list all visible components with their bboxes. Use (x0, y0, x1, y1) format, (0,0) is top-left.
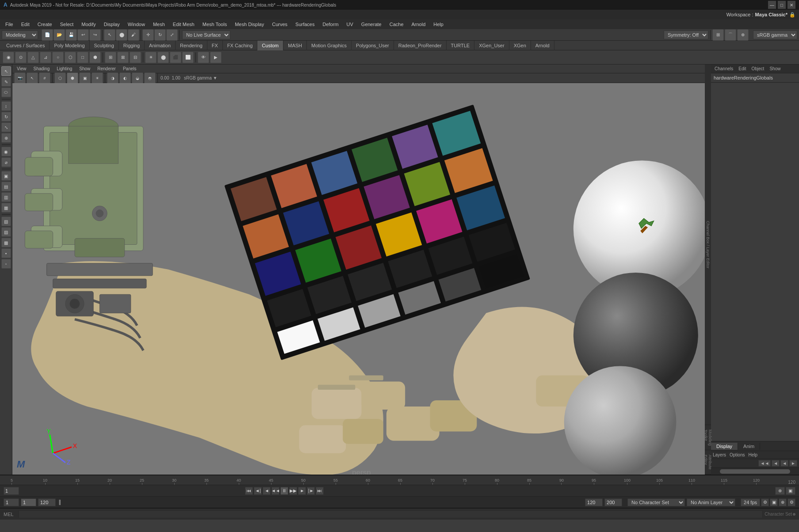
shelf-icon-17[interactable]: ▶ (210, 52, 222, 63)
shelf-icon-15[interactable]: ⬜ (182, 52, 194, 63)
current-frame-input[interactable]: 1 (21, 498, 36, 506)
fps-settings-btn[interactable]: ⚙ (761, 498, 769, 506)
display-btn2[interactable]: ▨ (1, 227, 11, 237)
show-tab[interactable]: Show (768, 66, 782, 72)
maximize-button[interactable]: □ (778, 1, 786, 9)
edit-tab[interactable]: Edit (737, 66, 748, 72)
shelf-icon-5[interactable]: ○ (52, 52, 64, 63)
play-back-btn[interactable]: ◄◄ (271, 487, 279, 495)
vp-sel-mode-icon[interactable]: ↖ (27, 72, 38, 84)
end-frame-value2[interactable]: 200 (604, 498, 622, 506)
vp-ao-icon[interactable]: ◐ (119, 72, 131, 84)
display-btn3[interactable]: ▩ (1, 238, 11, 247)
layer-nav-btn3[interactable]: ◄ (780, 460, 788, 467)
vp-shading-menu[interactable]: Shading (32, 66, 52, 72)
scale-icon[interactable]: ⤢ (166, 29, 178, 41)
display-btn5[interactable]: ▫ (1, 259, 11, 269)
menu-item-edit[interactable]: Edit (18, 21, 33, 28)
channel-box-label[interactable]: Channel Box / Layer Editor (705, 65, 711, 425)
select-icon[interactable]: ↖ (104, 29, 115, 41)
shelf-tab-fx-caching[interactable]: FX Caching (223, 41, 257, 50)
vp-dof-icon[interactable]: ◓ (144, 72, 156, 84)
object-tab[interactable]: Object (750, 66, 766, 72)
quick-sel4-btn[interactable]: ▦ (1, 203, 11, 213)
shelf-icon-8[interactable]: ⬢ (89, 52, 101, 63)
display-tab[interactable]: Display (711, 443, 738, 450)
shelf-tab-curves-surfaces[interactable]: Curves / Surfaces (2, 41, 50, 50)
sculpt-btn[interactable]: ⌀ (1, 157, 11, 167)
transform-tool-btn[interactable]: ⊕ (1, 133, 11, 143)
shelf-tab-turtle[interactable]: TURTLE (447, 41, 475, 50)
layer-nav-btn1[interactable]: ◄◄ (758, 460, 771, 467)
snap-grid-icon[interactable]: ⊞ (712, 29, 724, 41)
scale-tool-btn[interactable]: ⤡ (1, 122, 11, 132)
new-scene-icon[interactable]: 📄 (42, 29, 53, 41)
vp-texture-icon[interactable]: ▣ (79, 72, 91, 84)
shelf-icon-7[interactable]: □ (77, 52, 88, 63)
start-frame-input[interactable] (4, 487, 19, 495)
go-to-end-btn[interactable]: ⏭ (316, 487, 324, 495)
timeline-btn2[interactable]: ▣ (770, 498, 778, 506)
color-profile-dropdown[interactable]: sRGB gamma (753, 30, 797, 39)
display-btn4[interactable]: ▪ (1, 248, 11, 258)
minimize-button[interactable]: — (768, 1, 776, 9)
menu-item-arnold[interactable]: Arnold (408, 21, 429, 28)
prev-key-btn[interactable]: ◄| (254, 487, 262, 495)
menu-item-mesh-display[interactable]: Mesh Display (231, 21, 268, 28)
vp-view-menu[interactable]: View (15, 66, 28, 72)
shelf-tab-motion-graphics[interactable]: Motion Graphics (307, 41, 352, 50)
viewport-content[interactable]: X Y Z persp M (12, 83, 711, 475)
vp-grid-icon[interactable]: # (39, 72, 50, 84)
shelf-icon-12[interactable]: ☀ (145, 52, 157, 63)
close-button[interactable]: ✕ (788, 1, 795, 9)
shelf-tab-polygons_user[interactable]: Polygons_User (352, 41, 394, 50)
rotate-tool-btn[interactable]: ↻ (1, 112, 11, 122)
next-frame-btn[interactable]: ► (298, 487, 306, 495)
symmetry-dropdown[interactable]: Symmetry: Off (664, 30, 708, 39)
vp-shadow-icon[interactable]: ◑ (107, 72, 119, 84)
menu-item-file[interactable]: File (2, 21, 17, 28)
attribute-editor-label[interactable]: Attribute Editor (705, 450, 711, 475)
redo-icon[interactable]: ↪ (89, 29, 101, 41)
menu-item-mesh[interactable]: Mesh (149, 21, 168, 28)
shelf-tab-sculpting[interactable]: Sculpting (90, 41, 119, 50)
anim-tab[interactable]: Anim (738, 443, 760, 450)
shelf-tab-arnold[interactable]: Arnold (531, 41, 554, 50)
vp-wireframe-icon[interactable]: ⬡ (54, 72, 66, 84)
play-fwd-btn[interactable]: ▶▶ (289, 487, 297, 495)
shelf-icon-14[interactable]: ⬛ (170, 52, 181, 63)
menu-item-uv[interactable]: UV (343, 21, 357, 28)
menu-item-display[interactable]: Display (100, 21, 123, 28)
go-to-start-btn[interactable]: ⏮ (245, 487, 253, 495)
paint-select-icon[interactable]: 🖌 (128, 29, 139, 41)
layer-nav-btn2[interactable]: ◄ (772, 460, 780, 467)
paint-tool-btn[interactable]: ✎ (1, 77, 11, 87)
quick-sel2-btn[interactable]: ▤ (1, 182, 11, 191)
layers-item[interactable]: Layers (713, 452, 726, 457)
shelf-tab-animation[interactable]: Animation (145, 41, 176, 50)
layer-nav-btn4[interactable]: ► (789, 460, 797, 467)
no-char-set-dropdown[interactable]: No Character Set (627, 498, 685, 506)
shelf-tab-rigging[interactable]: Rigging (119, 41, 145, 50)
timeline-btn3[interactable]: ⊕ (779, 498, 787, 506)
no-anim-layer-dropdown[interactable]: No Anim Layer (687, 498, 735, 506)
shelf-icon-1[interactable]: ◉ (3, 52, 14, 63)
menu-item-generate[interactable]: Generate (358, 21, 385, 28)
vp-renderer-menu[interactable]: Renderer (96, 66, 118, 72)
pause-btn[interactable]: ⏸ (280, 487, 288, 495)
shelf-icon-13[interactable]: ⬤ (157, 52, 169, 63)
mode-selector[interactable]: Modeling Rigging Animation FX Rendering … (2, 30, 38, 39)
shelf-icon-3[interactable]: △ (27, 52, 39, 63)
soft-select-btn[interactable]: ◉ (1, 147, 11, 156)
menu-item-deform[interactable]: Deform (319, 21, 342, 28)
move-icon[interactable]: ✛ (142, 29, 154, 41)
vp-lighting-menu[interactable]: Lighting (55, 66, 74, 72)
modeling-toolkit-label[interactable]: Modeling Toolkit (705, 425, 711, 451)
key-frame-btn[interactable]: ⊕ (775, 487, 785, 495)
vp-panels-menu[interactable]: Panels (121, 66, 138, 72)
shelf-tab-xgen_user[interactable]: XGen_User (474, 41, 509, 50)
menu-item-modify[interactable]: Modify (78, 21, 99, 28)
menu-item-window[interactable]: Window (124, 21, 149, 28)
shelf-tab-radeon_prorender[interactable]: Radeon_ProRender (394, 41, 447, 50)
menu-item-edit-mesh[interactable]: Edit Mesh (169, 21, 198, 28)
